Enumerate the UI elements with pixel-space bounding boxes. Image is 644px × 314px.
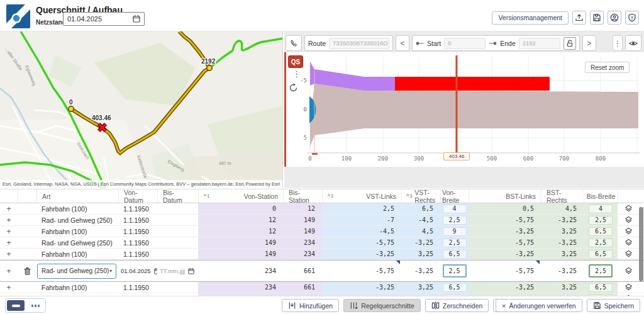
cell-bis-station[interactable]: 149	[283, 215, 322, 225]
cell-bis-datum[interactable]	[157, 215, 198, 225]
cell-vst-links[interactable]: -4,5	[322, 226, 401, 237]
cell-von-breite[interactable]: 2,5	[440, 215, 469, 225]
route-end-marker[interactable]	[207, 65, 212, 70]
add-row-button[interactable]: +	[0, 203, 18, 214]
view-toggle-band[interactable]	[7, 300, 25, 311]
cell-art[interactable]: Fahrbahn (100)	[36, 226, 118, 237]
header-art[interactable]: Art	[36, 189, 118, 203]
cell-bst-links[interactable]: -3,25	[469, 282, 541, 293]
cell-bis-datum-editor[interactable]: TT.mm.jjjj	[157, 261, 198, 281]
layers-button[interactable]	[618, 237, 639, 248]
cell-bis-datum[interactable]	[157, 282, 198, 293]
cell-art[interactable]: Fahrbahn (100)	[36, 203, 118, 214]
netzstand-date-input[interactable]: 01.04.2025	[63, 12, 145, 26]
reset-zoom-button[interactable]: Reset zoom	[585, 62, 630, 73]
cell-bis-breite[interactable]: 6,5	[584, 282, 618, 293]
cell-bst-rechts[interactable]: 3,25	[541, 249, 584, 259]
map-panel[interactable]: 0 2192 403.46 Eglseeweg ...aller Straße …	[0, 31, 283, 188]
verwerfen-button[interactable]: × Änderungen verwerfen	[496, 299, 582, 312]
cell-bis-datum[interactable]	[157, 203, 198, 214]
cell-vst-rechts[interactable]: 3,25	[401, 282, 440, 293]
cell-von-breite[interactable]: 6,5	[440, 249, 469, 259]
chart-band-road[interactable]	[310, 84, 638, 147]
cell-bst-rechts[interactable]: 3,25	[541, 282, 584, 293]
header-bis-datum[interactable]: Bis-Datum	[157, 189, 198, 203]
cell-von-breite[interactable]: 4	[440, 203, 469, 214]
cell-vst-rechts[interactable]: -4,5	[401, 215, 440, 225]
upload-button[interactable]	[572, 11, 586, 25]
table-edit-row[interactable]: + Rad- und Gehweg (250) ▾ 01.04.2025 TT.…	[0, 260, 644, 282]
add-row-button[interactable]: +	[0, 237, 18, 248]
cell-bis-datum[interactable]	[157, 237, 198, 248]
chart-station-marker-line[interactable]	[456, 55, 458, 154]
cell-von-station[interactable]: 149	[198, 237, 283, 248]
cell-vst-links[interactable]: -3,25	[322, 282, 401, 293]
start-input[interactable]: 0	[444, 38, 486, 49]
header-von-datum[interactable]: Von-Datum	[118, 189, 157, 203]
cell-bis-breite[interactable]: 6,5	[584, 249, 618, 259]
cell-bst-rechts[interactable]: 4,5	[541, 203, 584, 214]
header-bis-breite[interactable]: Bis-Breite	[584, 189, 618, 203]
cell-von-datum[interactable]: 1.1.1950	[118, 203, 157, 214]
cell-bis-station[interactable]: 149	[283, 226, 322, 237]
table-scrollbar[interactable]	[639, 207, 643, 281]
regelquerschnitte-button[interactable]: Regelquerschnitte	[343, 299, 421, 312]
cell-vst-links[interactable]: -5,75	[322, 261, 401, 281]
cell-bis-station[interactable]: 661	[283, 261, 322, 281]
calendar-icon[interactable]	[188, 268, 194, 274]
add-row-button[interactable]: +	[0, 261, 18, 281]
cell-bis-station[interactable]: 234	[283, 249, 322, 259]
table-row[interactable]: + Fahrbahn (100) 1.1.1950 149 234 -3,25 …	[0, 249, 644, 260]
shield-info-button[interactable]	[625, 11, 639, 25]
cell-art[interactable]: Rad- und Gehweg (250)	[36, 237, 118, 248]
hinzufuegen-button[interactable]: Hinzufügen	[282, 299, 339, 312]
qs-badge[interactable]: QS	[288, 55, 303, 68]
cell-vst-links[interactable]: -5,75	[322, 237, 401, 248]
table-row[interactable]: + Fahrbahn (100) 1.1.1950 234 661 -3,25 …	[0, 282, 644, 293]
cell-von-datum[interactable]: 1.1.1950	[118, 226, 157, 237]
layers-button[interactable]	[618, 282, 639, 293]
speichern-button[interactable]: Speichern	[587, 299, 640, 312]
cell-bst-links[interactable]: -5,75	[469, 237, 541, 248]
cell-bst-links[interactable]: -3,25	[469, 226, 541, 237]
add-row-button[interactable]: +	[0, 215, 18, 225]
table-row[interactable]: + Rad- und Gehweg (250) 1.1.1950 149 234…	[0, 237, 644, 249]
cell-bis-breite[interactable]: 4	[584, 203, 618, 214]
cell-von-datum[interactable]: 1.1.1950	[118, 237, 157, 248]
add-row-button[interactable]: +	[0, 282, 18, 293]
table-row[interactable]: + Fahrbahn (100) 1.1.1950 0 12 2,5 6,5 4…	[0, 203, 644, 215]
route-station-marker[interactable]	[99, 124, 106, 131]
von-breite-input[interactable]: 2,5	[443, 264, 467, 278]
cell-vst-links[interactable]: 2,5	[322, 203, 401, 214]
cell-von-station[interactable]: 0	[198, 203, 283, 214]
cell-bis-breite[interactable]: 2,5	[584, 215, 618, 225]
header-bis-station[interactable]: Bis-Station	[283, 189, 322, 203]
art-dropdown[interactable]: Rad- und Gehweg (250) ▾	[37, 264, 116, 279]
chart-range-handle[interactable]	[312, 153, 318, 155]
cell-bst-links[interactable]: -5,75	[469, 215, 541, 225]
cell-von-station[interactable]: 234	[198, 282, 283, 293]
cell-von-station[interactable]: 234	[198, 261, 283, 281]
cell-bis-station[interactable]: 234	[283, 237, 322, 248]
bis-breite-input[interactable]: 2,5	[589, 264, 613, 278]
prev-route-button[interactable]: <	[396, 35, 409, 51]
table-row[interactable]: + Fahrbahn (100) 1.1.1950 12 149 -4,5 4,…	[0, 226, 644, 237]
cell-bis-breite[interactable]: 2,5	[584, 237, 618, 248]
cell-bis-datum[interactable]	[157, 226, 198, 237]
layers-button[interactable]	[618, 249, 639, 259]
zerschneiden-button[interactable]: Zerschneiden	[425, 299, 489, 312]
versionsmanagement-button[interactable]: Versionsmanagement	[492, 11, 569, 25]
next-route-button[interactable]: >	[582, 35, 596, 51]
cell-von-breite[interactable]: 6,5	[440, 282, 469, 293]
cell-bis-breite-editor[interactable]: 2,5	[584, 261, 618, 281]
cell-bis-station[interactable]: 661	[283, 282, 322, 293]
header-von-station[interactable]: ^1Von-Station	[198, 189, 283, 203]
cell-vst-links[interactable]: -7	[322, 215, 401, 225]
cell-bst-rechts[interactable]: 3,25	[541, 226, 584, 237]
header-vst-rechts[interactable]: ^3VST-Rechts	[401, 189, 440, 203]
cell-von-breite[interactable]: 9	[440, 226, 469, 237]
table-row[interactable]: + Rad- und Gehweg (250) 1.1.1950 12 149 …	[0, 215, 644, 226]
cell-von-datum[interactable]: 1.1.1950	[118, 249, 157, 259]
cell-vst-links[interactable]: -3,25	[322, 249, 401, 259]
cell-von-datum-editor[interactable]: 01.04.2025	[118, 261, 157, 281]
